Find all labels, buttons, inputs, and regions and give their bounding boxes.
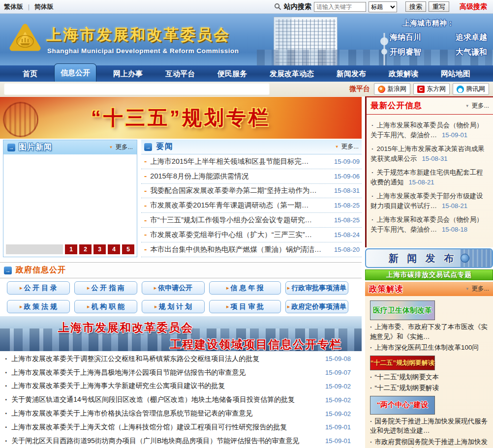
divider: | xyxy=(28,3,30,10)
social-link[interactable]: 腾讯网 xyxy=(453,83,489,95)
social-link[interactable]: 东方网 xyxy=(413,83,450,95)
latest-info-panel: 最新公开信息 ▼ 更多... 上海市发展和改革委员会（物价局）关于车用汽、柴油价… xyxy=(365,96,493,247)
nav-item[interactable]: 网上办事 xyxy=(107,65,149,82)
policy-title: 政策解读 xyxy=(369,284,403,295)
info-date: 15-08-21 xyxy=(409,179,434,186)
nav-item[interactable]: 网站地图 xyxy=(435,65,476,82)
sub-header-strip: 微平台 新浪网 东方网 腾讯网 xyxy=(0,82,493,96)
policy-more-link[interactable]: ▼ 更多... xyxy=(465,285,489,293)
project-news-item: 上海市发展改革委关于上海海事大学新建研究生公寓项目建议书的批复 15-09-02 xyxy=(3,380,362,393)
policy-entry[interactable]: “两个中心”建设 xyxy=(370,396,435,415)
gov-info-button[interactable]: 项 目 审 批 xyxy=(209,300,281,313)
gov-info-button[interactable]: 政 策 法 规 xyxy=(7,300,70,313)
policy-entry[interactable]: 市政府贯彻国务院关于推进上海加快发展现代服务业和先… xyxy=(370,437,488,448)
gov-info-button[interactable]: 机 构 职 能 xyxy=(74,300,137,313)
social-link[interactable]: 新浪网 xyxy=(374,83,410,95)
nav-item[interactable]: 互动平台 xyxy=(159,65,201,82)
right-sidebar: 最新公开信息 ▼ 更多... 上海市发展和改革委员会（物价局）关于车用汽、柴油价… xyxy=(365,96,493,448)
nav-item[interactable]: 新闻发布 xyxy=(331,65,372,82)
arrow-badge-icon: → xyxy=(144,143,152,151)
photo-news-title: 图片新闻 xyxy=(19,142,52,152)
photo-news-panel: → 图片新闻 ▼ 更多... 1 2 3 4 5 xyxy=(3,140,137,257)
info-list-item: 上海市发展和改革委员会（物价局）关于车用汽、柴油价…15-09-01 xyxy=(370,120,489,140)
project-news-link[interactable]: 上海市发展改革委关于上海海昌极地海洋公园项目节能评估报告书的审查意见 xyxy=(11,368,246,377)
latest-info-more-link[interactable]: ▼ 更多... xyxy=(465,102,489,110)
news-link[interactable]: 市“十三五”规划工作领导小组办公室会议专题研究… xyxy=(150,215,312,225)
important-news-more-link[interactable]: ▼ 更多... xyxy=(335,143,359,151)
search-button[interactable]: 搜索 xyxy=(405,1,426,12)
five-year-plan-banner-text: “十三五”规划专栏 xyxy=(91,104,271,131)
important-news-list: 上海市2015年上半年相关领域和区县节能目标完… 15-09-09 2015年8… xyxy=(141,154,362,257)
gov-info-button[interactable]: 行政审批事项清单 xyxy=(285,281,348,295)
gov-info-button[interactable]: 规 划 计 划 xyxy=(142,300,205,313)
gov-info-button[interactable]: 政府定价事项清单 xyxy=(285,300,348,313)
news-release-banner[interactable]: 新 闻 发 布 xyxy=(365,248,493,268)
carbon-trading-banner[interactable]: 上海市碳排放交易试点专题 xyxy=(365,269,493,280)
gov-info-button[interactable]: 公 开 指 南 xyxy=(74,281,137,295)
news-link[interactable]: 2015年8月份上海能源供需情况 xyxy=(150,172,248,181)
search-category-select[interactable]: 标题 xyxy=(369,1,397,12)
five-year-plan-banner[interactable]: “十三五”规划专栏 xyxy=(0,97,362,139)
policy-entry[interactable]: “十二五”规划纲要解读 xyxy=(370,356,435,370)
policy-entry[interactable]: “十二五”规划纲要文本 xyxy=(370,372,488,382)
advanced-search-link[interactable]: 高级搜索 xyxy=(460,2,487,11)
traditional-chinese-link[interactable]: 繁体版 xyxy=(4,3,23,10)
project-disclosure-banner[interactable]: 上海市发展和改革委员会 工程建设领域项目信息公开专栏 xyxy=(0,316,362,351)
social-site-name: 新浪网 xyxy=(387,85,406,93)
info-list-item: 2015年上海市发展改革决策咨询成果奖获奖成果公示15-08-31 xyxy=(370,144,489,163)
news-link[interactable]: 市发展改革委2015年青年课题调研动态（第一期… xyxy=(150,201,308,210)
city-spirit-phrase: 大气谦和 xyxy=(456,47,487,58)
news-list-item: 上海市2015年上半年相关领域和区县节能目标完… 15-09-09 xyxy=(141,154,362,169)
project-news-link[interactable]: 上海市发展改革委关于上海市价格执法综合管理信息系统节能登记表的审查意见 xyxy=(11,409,252,418)
gov-info-button[interactable]: 依申请公开 xyxy=(142,281,205,295)
project-news-list: 上海市发展改革委关于调整滨江公交枢纽和马桥镇紫东路公交枢纽项目法人的批复 15-… xyxy=(3,352,362,448)
pagination-number[interactable]: 2 xyxy=(79,244,92,254)
policy-entry[interactable]: 医疗卫生体制改革 xyxy=(370,300,435,320)
pagination-number[interactable]: 3 xyxy=(93,244,106,254)
simplified-chinese-link[interactable]: 简体版 xyxy=(34,3,54,10)
policy-entry[interactable]: 上海市委、市政府下发了本市医改《实施意见》和《实施… xyxy=(370,322,488,341)
nav-item[interactable]: 便民服务 xyxy=(212,65,253,82)
project-news-date: 15-09-01 xyxy=(320,437,351,445)
project-news-item: 上海市发展改革委关于上海天文馆（上海科技馆分馆）建设工程项目可行性研究报告的批复… xyxy=(3,420,362,434)
news-link[interactable]: 我委配合国家发展改革委举办第二期“坚持主动作为… xyxy=(150,186,316,195)
nav-item[interactable]: 发展改革动态 xyxy=(264,65,320,82)
nav-item[interactable]: 首页 xyxy=(17,65,43,82)
news-release-banner-text: 新 闻 发 布 xyxy=(389,252,457,265)
main-navigation: 首页 信息公开 网上办事 互动平台 便民服务 发展改革动态 新闻发布 政策解读 … xyxy=(0,65,493,82)
news-link[interactable]: 本市出台集中供热和热电联产燃煤（重油）锅炉清洁… xyxy=(150,245,321,254)
pagination-number[interactable]: 1 xyxy=(65,244,77,254)
policy-entry[interactable]: 上海市深化医药卫生体制改革100问 xyxy=(370,343,488,353)
social-links: 新浪网 东方网 腾讯网 xyxy=(374,83,489,95)
news-list-item: 本市出台集中供热和热电联产燃煤（重油）锅炉清洁… 15-08-20 xyxy=(141,242,362,257)
news-link[interactable]: 市发展改革委党组举行中心组（扩大）“三严三实”… xyxy=(150,230,312,239)
project-news-item: 关于黄浦区轨道交通14号线区间段旧区改造（棚户区改造）地块土地储备项目投资估算的… xyxy=(3,393,362,407)
photo-news-more-link[interactable]: ▼ 更多... xyxy=(109,143,133,151)
project-news-link[interactable]: 上海市发展改革委关于上海天文馆（上海科技馆分馆）建设工程项目可行性研究报告的批复 xyxy=(11,423,287,432)
top-utility-bar: 繁体版 | 简体版 站内搜索 标题 搜索 重写 高级搜索 xyxy=(0,0,493,14)
news-link[interactable]: 上海市2015年上半年相关领域和区县节能目标完… xyxy=(150,157,308,166)
policy-entry[interactable]: “十二五”规划纲要解读 xyxy=(370,383,488,393)
gov-info-header: → 政府信息公开 xyxy=(0,262,362,278)
social-site-icon xyxy=(457,86,464,93)
photo-news-slideshow[interactable]: 1 2 3 4 5 xyxy=(3,154,137,257)
project-news-date: 15-09-02 xyxy=(320,396,351,404)
info-list-item: 关于规范本市新建住宅供电配套工程收费的通知15-08-21 xyxy=(370,168,489,187)
project-news-link[interactable]: 关于闸北区天目西路街道95街坊商办项目（广川B地块商品房项目）节能评估报告书的审… xyxy=(11,437,299,446)
arrow-badge-icon: → xyxy=(7,144,15,151)
gov-info-button[interactable]: 公 开 目 录 xyxy=(7,281,70,295)
policy-entry[interactable]: 国务院关于推进上海加快发展现代服务业和先进制造业建… xyxy=(370,417,488,436)
pagination-number[interactable]: 5 xyxy=(122,244,134,254)
project-news-link[interactable]: 上海市发展改革委关于上海海事大学新建研究生公寓项目建议书的批复 xyxy=(11,382,225,390)
nav-item[interactable]: 信息公开 xyxy=(54,63,96,82)
search-input[interactable] xyxy=(314,2,366,12)
nav-item[interactable]: 政策解读 xyxy=(383,65,424,82)
gov-info-button[interactable]: 信 息 年 报 xyxy=(209,281,281,295)
page-root: 繁体版 | 简体版 站内搜索 标题 搜索 重写 高级搜索 xyxy=(0,0,493,448)
project-news-link[interactable]: 关于黄浦区轨道交通14号线区间段旧区改造（棚户区改造）地块土地储备项目投资估算的… xyxy=(11,395,295,404)
reset-button[interactable]: 重写 xyxy=(429,1,449,12)
info-list-item: 上海市发展和改革委员会（物价局）关于车用汽、柴油价…15-08-18 xyxy=(370,215,489,234)
info-list-item: 上海市发展改革委关于部分市级建设财力项目建议书试行…15-08-21 xyxy=(370,191,489,210)
pagination-number[interactable]: 4 xyxy=(108,244,120,254)
project-news-link[interactable]: 上海市发展改革委关于调整滨江公交枢纽和马桥镇紫东路公交枢纽项目法人的批复 xyxy=(11,355,259,363)
